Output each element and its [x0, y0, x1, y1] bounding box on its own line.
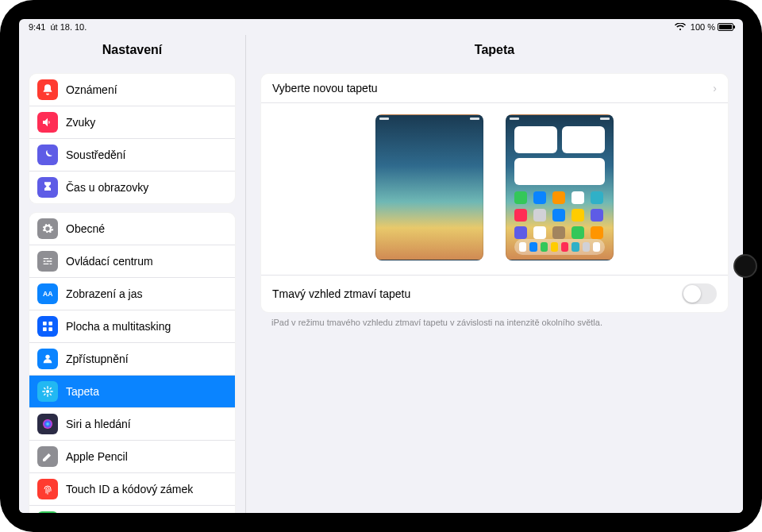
svg-rect-1	[43, 322, 47, 326]
flower-icon	[37, 381, 58, 402]
hourglass-icon	[37, 177, 58, 198]
moon-icon	[37, 145, 58, 165]
battery-indicator: 100 %	[691, 22, 733, 32]
screen: 9:41 út 18. 10. 100 % Nastavení Oznámení…	[19, 19, 743, 513]
dark-wallpaper-label: Tmavý vzhled ztmaví tapetu	[272, 287, 410, 300]
sidebar-item-label: Tapeta	[66, 385, 99, 398]
status-date: út 18. 10.	[50, 22, 87, 32]
sidebar-item-touch-id-a-k-dov-z-mek[interactable]: Touch ID a kódový zámek	[29, 473, 235, 506]
sidebar-item-label: Ovládací centrum	[66, 255, 153, 268]
sidebar-item-plocha-a-multitasking[interactable]: Plocha a multitasking	[29, 310, 235, 343]
svg-point-5	[45, 355, 49, 359]
sidebar-item-ozn-men-[interactable]: Oznámení	[29, 74, 235, 106]
wifi-icon	[675, 23, 686, 31]
sidebar-group-general: ObecnéOvládací centrumAAZobrazení a jasP…	[29, 212, 236, 513]
svg-rect-3	[43, 327, 47, 331]
sidebar-item-ovl-dac-centrum[interactable]: Ovládací centrum	[29, 245, 235, 278]
sidebar-item-label: Zpřístupnění	[66, 353, 129, 365]
sidebar-scroll[interactable]: OznámeníZvukySoustředěníČas u obrazovky …	[19, 65, 245, 513]
person-icon	[37, 349, 58, 369]
sidebar-item-label: Plocha a multitasking	[66, 320, 171, 333]
sidebar-item-zp-stupn-n-[interactable]: Zpřístupnění	[29, 343, 235, 376]
fingerprint-icon	[37, 479, 58, 499]
svg-point-15	[43, 419, 52, 429]
dark-wallpaper-switch[interactable]	[682, 283, 717, 304]
sidebar-item-apple-pencil[interactable]: Apple Pencil	[29, 441, 235, 473]
sidebar-item--as-u-obrazovky[interactable]: Čas u obrazovky	[29, 172, 235, 203]
sidebar-item-tapeta[interactable]: Tapeta	[29, 376, 235, 408]
sidebar-item-obecn-[interactable]: Obecné	[29, 213, 235, 245]
dark-wallpaper-row: Tmavý vzhled ztmaví tapetu	[261, 276, 728, 312]
settings-sidebar: Nastavení OznámeníZvukySoustředěníČas u …	[19, 35, 246, 513]
svg-rect-2	[48, 322, 52, 326]
svg-line-11	[44, 387, 45, 389]
sidebar-item-label: Obecné	[66, 222, 105, 235]
svg-point-6	[46, 390, 49, 393]
sidebar-item-label: Zobrazení a jas	[66, 287, 143, 300]
grid-icon	[37, 316, 58, 337]
choose-wallpaper-row[interactable]: Vyberte novou tapetu ›	[261, 74, 728, 103]
home-button[interactable]	[733, 254, 757, 278]
sidebar-item-label: Soustředění	[66, 148, 126, 161]
svg-text:AA: AA	[43, 290, 53, 298]
sidebar-item-label: Oznámení	[66, 83, 117, 96]
svg-line-13	[44, 394, 45, 395]
sidebar-item-label: Čas u obrazovky	[66, 181, 148, 194]
sidebar-item-zvuky[interactable]: Zvuky	[29, 106, 235, 139]
svg-line-12	[50, 394, 52, 395]
svg-line-14	[50, 387, 52, 389]
aa-icon: AA	[37, 283, 58, 304]
status-time: 9:41	[29, 22, 45, 32]
sidebar-item-label: Siri a hledání	[66, 418, 131, 430]
choose-wallpaper-label: Vyberte novou tapetu	[272, 82, 378, 94]
footer-note: iPad v režimu tmavého vzhledu ztmaví tap…	[260, 313, 729, 327]
ipad-frame: 9:41 út 18. 10. 100 % Nastavení Oznámení…	[0, 0, 762, 532]
sidebar-item-siri-a-hled-n-[interactable]: Siri a hledání	[29, 408, 235, 441]
sliders-icon	[37, 251, 58, 272]
wallpaper-previews	[261, 103, 728, 276]
battery-icon	[37, 511, 58, 513]
sidebar-item-baterie[interactable]: Baterie	[29, 506, 235, 513]
sidebar-item-zobrazen-a-jas[interactable]: AAZobrazení a jas	[29, 278, 235, 310]
battery-percent: 100 %	[691, 22, 715, 32]
sidebar-item-label: Touch ID a kódový zámek	[66, 483, 193, 495]
sidebar-item-soust-ed-n-[interactable]: Soustředění	[29, 139, 235, 172]
sidebar-group-notifications: OznámeníZvukySoustředěníČas u obrazovky	[29, 73, 236, 204]
bell-icon	[37, 79, 58, 100]
detail-pane: Tapeta Vyberte novou tapetu ›	[246, 35, 743, 513]
siri-icon	[37, 414, 58, 434]
homescreen-preview[interactable]	[506, 114, 614, 260]
detail-title: Tapeta	[246, 35, 743, 65]
status-bar: 9:41 út 18. 10. 100 %	[19, 19, 743, 35]
sidebar-title: Nastavení	[19, 35, 245, 65]
gear-icon	[37, 218, 58, 239]
chevron-right-icon: ›	[713, 82, 717, 94]
pencil-icon	[37, 446, 58, 467]
svg-rect-4	[48, 327, 52, 331]
wallpaper-card: Vyberte novou tapetu ›	[260, 73, 729, 313]
speaker-icon	[37, 112, 58, 133]
sidebar-item-label: Zvuky	[66, 116, 95, 129]
lockscreen-preview[interactable]	[375, 114, 483, 260]
sidebar-item-label: Apple Pencil	[66, 450, 128, 463]
